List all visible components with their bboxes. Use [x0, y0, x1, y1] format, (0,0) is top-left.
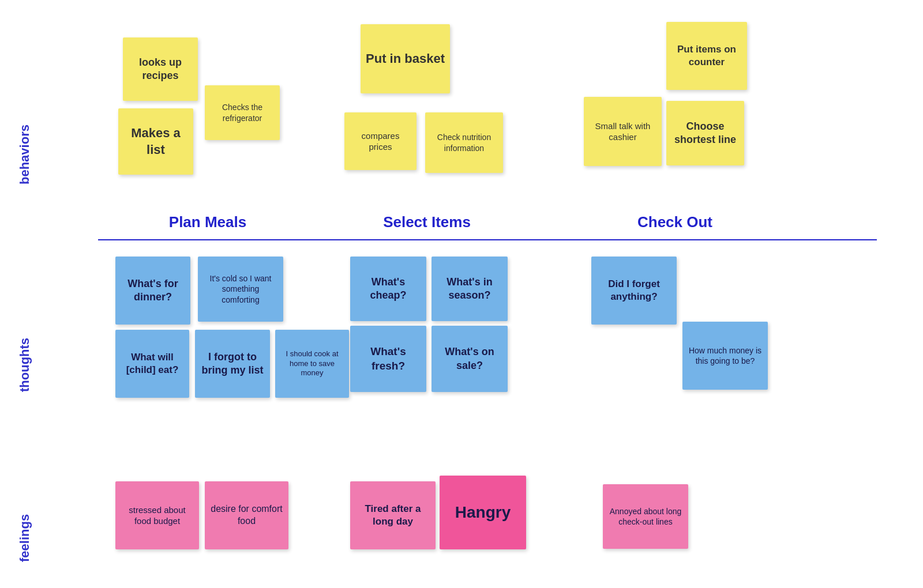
sticky-t5: I should cook at home to save money [275, 330, 349, 398]
sticky-b4: Put in basket [361, 24, 450, 93]
label-feelings: feelings [17, 493, 32, 562]
sticky-f5: Annoyed about long check-out lines [603, 484, 688, 549]
canvas: behaviors thoughts feelings Plan Meals S… [0, 0, 923, 588]
phase-check-out: Check Out [583, 213, 767, 231]
sticky-b8: Small talk with cashier [584, 97, 662, 166]
label-behaviors: behaviors [17, 69, 32, 184]
sticky-b7: Put items on counter [666, 22, 747, 90]
sticky-b6: Check nutrition information [425, 112, 503, 173]
sticky-b3: Makes a list [118, 108, 193, 175]
sticky-b5: compares prices [344, 112, 417, 170]
sticky-t8: What's fresh? [350, 326, 426, 392]
sticky-t9: What's on sale? [432, 326, 508, 392]
sticky-f2: desire for comfort food [205, 481, 288, 549]
label-thoughts: thoughts [17, 277, 32, 392]
sticky-t4: I forgot to bring my list [195, 330, 270, 398]
sticky-b9: Choose shortest line [666, 101, 744, 165]
divider-line [98, 239, 877, 240]
sticky-t2: It's cold so I want something comforting [198, 257, 283, 322]
sticky-t11: How much money is this going to be? [682, 322, 768, 390]
sticky-t1: What's for dinner? [115, 257, 190, 325]
sticky-f4: Hangry [440, 476, 526, 549]
sticky-f1: stressed about food budget [115, 481, 199, 549]
phase-plan-meals: Plan Meals [133, 213, 283, 231]
sticky-f3: Tired after a long day [350, 481, 436, 549]
sticky-t3: What will [child] eat? [115, 330, 189, 398]
sticky-b1: looks up recipes [123, 37, 198, 101]
sticky-b2: Checks the refrigerator [205, 85, 280, 140]
sticky-t6: What's cheap? [350, 257, 426, 321]
sticky-t10: Did I forget anything? [591, 257, 677, 325]
sticky-t7: What's in season? [432, 257, 508, 321]
phase-select-items: Select Items [346, 213, 508, 231]
